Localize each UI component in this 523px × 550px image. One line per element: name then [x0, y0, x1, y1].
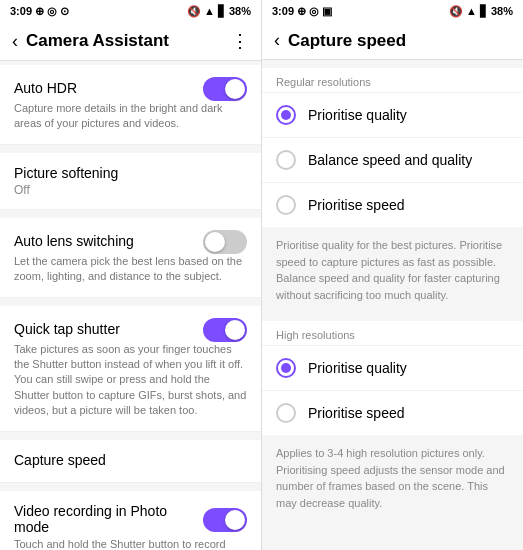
video-recording-title: Video recording in Photo mode [14, 503, 203, 535]
auto-lens-toggle[interactable] [203, 230, 247, 254]
gps-icon: ◎ [47, 5, 57, 18]
right-panel: 3:09 ⊕ ◎ ▣ 🔇 ▲ ▋ 38% ‹ Capture speed Reg… [261, 0, 523, 550]
auto-hdr-row: Auto HDR [14, 77, 247, 101]
regular-label: Regular resolutions [262, 68, 523, 92]
auto-lens-row: Auto lens switching [14, 230, 247, 254]
quick-tap-title: Quick tap shutter [14, 321, 120, 337]
right-status-bar: 3:09 ⊕ ◎ ▣ 🔇 ▲ ▋ 38% [262, 0, 523, 22]
notification-icon: ⊕ [35, 5, 44, 18]
auto-lens-item: Auto lens switching Let the camera pick … [0, 218, 261, 298]
wifi-icon: ▲ [204, 5, 215, 17]
auto-lens-title: Auto lens switching [14, 233, 134, 249]
prioritise-quality-radio[interactable] [276, 105, 296, 125]
right-panel-title: Capture speed [288, 31, 406, 51]
auto-hdr-desc: Capture more details in the bright and d… [14, 101, 247, 132]
picture-softening-item[interactable]: Picture softening Off [0, 153, 261, 210]
silent-icon: 🔇 [187, 5, 201, 18]
high-info: Applies to 3-4 high resolution pictures … [262, 435, 523, 521]
auto-lens-desc: Let the camera pick the best lens based … [14, 254, 247, 285]
quick-tap-item: Quick tap shutter Take pictures as soon … [0, 306, 261, 432]
right-status-left: 3:09 ⊕ ◎ ▣ [272, 5, 332, 18]
more-options-button[interactable]: ⋮ [231, 30, 249, 52]
right-silent-icon: 🔇 [449, 5, 463, 18]
right-camera-icon: ▣ [322, 5, 332, 18]
left-panel-header: ‹ Camera Assistant ⋮ [0, 22, 261, 61]
status-right: 🔇 ▲ ▋ 38% [187, 5, 251, 18]
capture-speed-item[interactable]: Capture speed [0, 440, 261, 483]
auto-hdr-toggle[interactable] [203, 77, 247, 101]
high-prioritise-speed-label: Prioritise speed [308, 405, 405, 421]
signal-icon: ▋ [218, 5, 226, 18]
regular-info: Prioritise quality for the best pictures… [262, 227, 523, 313]
right-wifi-icon: ▲ [466, 5, 477, 17]
right-status-time: 3:09 [272, 5, 294, 17]
balance-speed-quality-radio[interactable] [276, 150, 296, 170]
prioritise-quality-option[interactable]: Prioritise quality [262, 92, 523, 137]
regular-resolutions-section: Regular resolutions Prioritise quality B… [262, 68, 523, 227]
right-gps-icon: ◎ [309, 5, 319, 18]
video-recording-item: Video recording in Photo mode Touch and … [0, 491, 261, 550]
balance-speed-quality-option[interactable]: Balance speed and quality [262, 137, 523, 182]
header-left: ‹ Camera Assistant [12, 31, 169, 52]
right-panel-content: Regular resolutions Prioritise quality B… [262, 60, 523, 550]
status-bar: 3:09 ⊕ ◎ ⊙ 🔇 ▲ ▋ 38% [0, 0, 261, 22]
right-status-right: 🔇 ▲ ▋ 38% [449, 5, 513, 18]
panel-title: Camera Assistant [26, 31, 169, 51]
video-recording-desc: Touch and hold the Shutter button to rec… [14, 537, 247, 550]
quick-tap-row: Quick tap shutter [14, 318, 247, 342]
prioritise-speed-option[interactable]: Prioritise speed [262, 182, 523, 227]
auto-hdr-item: Auto HDR Capture more details in the bri… [0, 65, 261, 145]
picture-softening-title: Picture softening [14, 165, 247, 181]
status-left: 3:09 ⊕ ◎ ⊙ [10, 5, 69, 18]
high-prioritise-quality-label: Prioritise quality [308, 360, 407, 376]
auto-hdr-title: Auto HDR [14, 80, 77, 96]
right-signal-icon: ▋ [480, 5, 488, 18]
video-recording-toggle[interactable] [203, 508, 247, 532]
video-recording-row: Video recording in Photo mode [14, 503, 247, 537]
right-notification-icon: ⊕ [297, 5, 306, 18]
sync-icon: ⊙ [60, 5, 69, 18]
prioritise-speed-label: Prioritise speed [308, 197, 405, 213]
left-panel: 3:09 ⊕ ◎ ⊙ 🔇 ▲ ▋ 38% ‹ Camera Assistant … [0, 0, 261, 550]
battery-text: 38% [229, 5, 251, 17]
prioritise-quality-label: Prioritise quality [308, 107, 407, 123]
picture-softening-value: Off [14, 183, 247, 197]
back-button[interactable]: ‹ [12, 31, 18, 52]
high-prioritise-speed-radio[interactable] [276, 403, 296, 423]
high-prioritise-quality-radio[interactable] [276, 358, 296, 378]
balance-speed-quality-label: Balance speed and quality [308, 152, 472, 168]
right-battery-text: 38% [491, 5, 513, 17]
right-back-button[interactable]: ‹ [274, 30, 280, 51]
prioritise-speed-radio[interactable] [276, 195, 296, 215]
status-time: 3:09 [10, 5, 32, 17]
quick-tap-toggle[interactable] [203, 318, 247, 342]
left-panel-content: Auto HDR Capture more details in the bri… [0, 61, 261, 550]
quick-tap-desc: Take pictures as soon as your finger tou… [14, 342, 247, 419]
right-panel-header: ‹ Capture speed [262, 22, 523, 60]
high-label: High resolutions [262, 321, 523, 345]
high-prioritise-speed-option[interactable]: Prioritise speed [262, 390, 523, 435]
capture-speed-title: Capture speed [14, 452, 247, 468]
high-prioritise-quality-option[interactable]: Prioritise quality [262, 345, 523, 390]
high-resolutions-section: High resolutions Prioritise quality Prio… [262, 321, 523, 435]
